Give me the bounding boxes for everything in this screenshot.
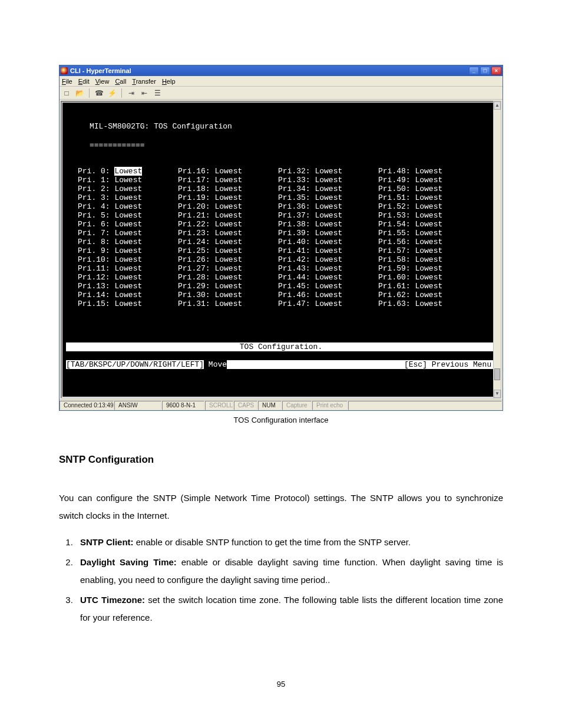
priority-row: Pri.48: Lowest [378,167,478,176]
scroll-thumb[interactable] [494,368,500,380]
priority-row: Pri. 4: Lowest [78,202,178,211]
priority-row: Pri.58: Lowest [378,255,478,264]
nav-keys: [TAB/BKSPC/UP/DOWN/RIGHT/LEFT] [66,360,204,369]
status-port: 9600 8-N-1 [162,401,204,410]
open-icon[interactable]: 📂 [75,88,84,98]
priority-row: Pri.47: Lowest [278,299,378,308]
priority-row: Pri.61: Lowest [378,282,478,291]
new-icon[interactable]: □ [62,88,71,98]
priority-row: Pri.24: Lowest [178,238,278,246]
priority-row: Pri. 8: Lowest [78,238,178,246]
menu-help[interactable]: Help [162,78,176,85]
priority-row: Pri.40: Lowest [278,238,378,246]
hyperterminal-window: CLI - HyperTerminal _ □ × File Edit View… [59,65,503,411]
scroll-down-icon[interactable]: ▼ [494,390,501,398]
priority-row: Pri.26: Lowest [178,255,278,264]
priority-row: Pri.19: Lowest [178,193,278,202]
priority-row: Pri.42: Lowest [278,255,378,264]
menu-edit[interactable]: Edit [78,78,90,85]
priority-row: Pri.27: Lowest [178,264,278,273]
numbered-list: SNTP Client: enable or disable SNTP func… [59,533,503,627]
priority-row: Pri.63: Lowest [378,299,478,308]
menu-file[interactable]: File [62,78,72,85]
status-printecho: Print echo [312,401,348,410]
priority-row: Pri.35: Lowest [278,193,378,202]
list-item: UTC Timezone: set the switch location ti… [75,591,503,627]
terminal-screen[interactable]: MIL-SM8002TG: TOS Configuration ========… [62,103,500,397]
priority-row: Pri.45: Lowest [278,282,378,291]
priority-row: Pri.49: Lowest [378,176,478,185]
priority-table: Pri. 0: LowestPri. 1: LowestPri. 2: Lowe… [78,167,496,308]
priority-row: Pri.15: Lowest [78,299,178,308]
priority-row: Pri.28: Lowest [178,273,278,282]
priority-row: Pri.55: Lowest [378,229,478,238]
call-icon[interactable]: ☎ [94,88,104,98]
vertical-scrollbar[interactable]: ▲ ▼ [493,101,501,398]
priority-row: Pri.21: Lowest [178,211,278,220]
nav-move: Move [204,360,227,369]
priority-row: Pri.11: Lowest [78,264,178,273]
minimize-button[interactable]: _ [469,67,479,75]
toolbar-separator [121,88,122,98]
priority-row: Pri.33: Lowest [278,176,378,185]
priority-row: Pri.30: Lowest [178,291,278,299]
section-heading: SNTP Configuration [59,454,503,466]
menu-transfer[interactable]: Transfer [132,78,156,85]
priority-row: Pri.17: Lowest [178,176,278,185]
scroll-up-icon[interactable]: ▲ [494,101,501,110]
menu-call[interactable]: Call [115,78,126,85]
send-icon[interactable]: ⇥ [127,88,136,98]
statusbar: Connected 0:13:49 ANSIW 9600 8-N-1 SCROL… [59,400,503,410]
priority-row: Pri.37: Lowest [278,211,378,220]
maximize-button[interactable]: □ [480,67,490,75]
priority-row: Pri.12: Lowest [78,273,178,282]
priority-row: Pri.32: Lowest [278,167,378,176]
titlebar[interactable]: CLI - HyperTerminal _ □ × [59,65,503,76]
disconnect-icon[interactable]: ⚡ [107,88,117,98]
close-button[interactable]: × [491,67,501,75]
priority-row: Pri.20: Lowest [178,202,278,211]
priority-row: Pri.18: Lowest [178,185,278,193]
intro-paragraph: You can configure the SNTP (Simple Netwo… [59,489,503,525]
priority-row: Pri.51: Lowest [378,193,478,202]
priority-row: Pri.46: Lowest [278,291,378,299]
priority-row: Pri.31: Lowest [178,299,278,308]
toolbar-separator [89,88,90,98]
priority-row: Pri.39: Lowest [278,229,378,238]
priority-row: Pri. 0: Lowest [78,167,178,176]
priority-row: Pri.59: Lowest [378,264,478,273]
priority-row: Pri.50: Lowest [378,185,478,193]
priority-row: Pri.34: Lowest [278,185,378,193]
priority-row: Pri.52: Lowest [378,202,478,211]
status-num: NUM [258,401,282,410]
toolbar: □ 📂 ☎ ⚡ ⇥ ⇤ ☰ [59,87,503,100]
priority-row: Pri.43: Lowest [278,264,378,273]
priority-row: Pri.13: Lowest [78,282,178,291]
priority-row: Pri. 9: Lowest [78,246,178,255]
properties-icon[interactable]: ☰ [153,88,162,98]
menu-view[interactable]: View [95,78,110,85]
priority-row: Pri.14: Lowest [78,291,178,299]
priority-row: Pri.56: Lowest [378,238,478,246]
page-number: 95 [59,680,503,689]
window-title: CLI - HyperTerminal [70,67,469,74]
priority-row: Pri. 1: Lowest [78,176,178,185]
priority-row: Pri.36: Lowest [278,202,378,211]
receive-icon[interactable]: ⇤ [140,88,149,98]
priority-row: Pri.54: Lowest [378,220,478,229]
status-connected: Connected 0:13:49 [59,401,114,410]
priority-row: Pri.44: Lowest [278,273,378,282]
priority-row: Pri.57: Lowest [378,246,478,255]
priority-row: Pri.41: Lowest [278,246,378,255]
priority-row: Pri. 3: Lowest [78,193,178,202]
terminal-underline: ============ [90,141,496,150]
status-caps: CAPS [234,401,257,410]
nav-esc: [Esc] Previous Menu [404,360,496,369]
list-item: Daylight Saving Time: enable or disable … [75,554,503,589]
status-scroll: SCROLL [205,401,233,410]
priority-row: Pri.60: Lowest [378,273,478,282]
nav-hints: [TAB/BKSPC/UP/DOWN/RIGHT/LEFT] Move[Esc]… [66,360,496,369]
priority-row: Pri. 6: Lowest [78,220,178,229]
terminal-container: MIL-SM8002TG: TOS Configuration ========… [59,100,503,400]
priority-row: Pri.10: Lowest [78,255,178,264]
